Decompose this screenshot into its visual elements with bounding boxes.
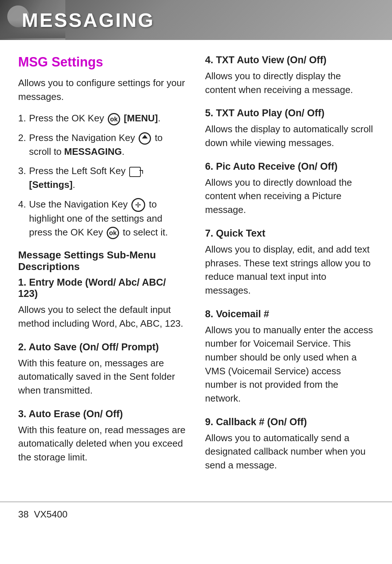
left-sec-1-title: 1. Entry Mode (Word/ Abc/ ABC/ 123) bbox=[18, 277, 187, 299]
left-sec-3-body: With this feature on, read messages are … bbox=[18, 423, 187, 464]
step-3-num: 3. bbox=[18, 164, 29, 178]
footer-page-info: 38 VX5400 bbox=[18, 509, 68, 520]
left-section-3: 3. Auto Erase (On/ Off) With this featur… bbox=[18, 408, 187, 464]
right-sec-3-title: 6. Pic Auto Receive (On/ Off) bbox=[205, 161, 374, 172]
nav4-key-icon bbox=[131, 198, 145, 212]
left-section-2: 2. Auto Save (On/ Off/ Prompt) With this… bbox=[18, 342, 187, 398]
right-sec-6-title: 9. Callback # (On/ Off) bbox=[205, 416, 374, 428]
left-sec-3-title: 3. Auto Erase (On/ Off) bbox=[18, 408, 187, 420]
step-3-bold: [Settings] bbox=[29, 179, 73, 190]
step-1-num: 1. bbox=[18, 112, 29, 125]
step-4-num: 4. bbox=[18, 198, 29, 212]
right-section-2: 5. TXT Auto Play (On/ Off) Allows the di… bbox=[205, 108, 374, 150]
step-3: 3. Press the Left Soft Key [Settings]. bbox=[18, 164, 187, 192]
left-section-1: 1. Entry Mode (Word/ Abc/ ABC/ 123) Allo… bbox=[18, 277, 187, 330]
right-sec-1-title: 4. TXT Auto View (On/ Off) bbox=[205, 55, 374, 66]
step-3-text: Press the Left Soft Key [Settings]. bbox=[29, 164, 187, 192]
intro-text: Allows you to configure settings for you… bbox=[18, 76, 187, 104]
msg-settings-title: MSG Settings bbox=[18, 55, 187, 70]
right-sec-5-body: Allows you to manually enter the access … bbox=[205, 323, 374, 406]
left-sec-2-title: 2. Auto Save (On/ Off/ Prompt) bbox=[18, 342, 187, 353]
right-section-1: 4. TXT Auto View (On/ Off) Allows you to… bbox=[205, 55, 374, 97]
right-sec-2-body: Allows the display to automatically scro… bbox=[205, 122, 374, 150]
right-section-4: 7. Quick Text Allows you to display, edi… bbox=[205, 228, 374, 298]
right-sec-1-body: Allows you to directly display the conte… bbox=[205, 69, 374, 97]
ok-key-icon-2: ok bbox=[107, 227, 119, 239]
step-4-text: Use the Navigation Key to highlight one … bbox=[29, 198, 187, 239]
page-header: MESSAGING bbox=[0, 0, 392, 40]
sub-menu-heading: Message Settings Sub-MenuDescriptions bbox=[18, 249, 187, 273]
left-sec-1-body: Allows you to select the default input m… bbox=[18, 303, 187, 330]
step-2-bold: MESSAGING bbox=[64, 146, 122, 157]
right-sec-6-body: Allows you to automatically send a desig… bbox=[205, 431, 374, 472]
step-1: 1. Press the OK Key ok [MENU]. bbox=[18, 112, 187, 125]
soft-key-icon bbox=[129, 167, 141, 177]
left-column: MSG Settings Allows you to configure set… bbox=[18, 55, 187, 483]
header-title: MESSAGING bbox=[22, 9, 155, 31]
right-section-5: 8. Voicemail # Allows you to manually en… bbox=[205, 309, 374, 406]
step-2: 2. Press the Navigation Key to scroll to… bbox=[18, 131, 187, 158]
page-footer: 38 VX5400 bbox=[0, 501, 392, 527]
step-4: 4. Use the Navigation Key to highlight o… bbox=[18, 198, 187, 239]
step-1-bold: [MENU] bbox=[124, 113, 158, 124]
step-1-text: Press the OK Key ok [MENU]. bbox=[29, 112, 187, 125]
ok-key-icon: ok bbox=[108, 113, 120, 125]
right-section-6: 9. Callback # (On/ Off) Allows you to au… bbox=[205, 416, 374, 472]
right-sec-4-title: 7. Quick Text bbox=[205, 228, 374, 239]
page-content: MSG Settings Allows you to configure set… bbox=[0, 40, 392, 498]
footer-model: VX5400 bbox=[34, 509, 68, 520]
left-sec-2-body: With this feature on, messages are autom… bbox=[18, 356, 187, 398]
right-sec-2-title: 5. TXT Auto Play (On/ Off) bbox=[205, 108, 374, 119]
steps-list: 1. Press the OK Key ok [MENU]. 2. Press … bbox=[18, 112, 187, 239]
right-column: 4. TXT Auto View (On/ Off) Allows you to… bbox=[205, 55, 374, 483]
right-sec-4-body: Allows you to display, edit, and add tex… bbox=[205, 243, 374, 298]
right-section-3: 6. Pic Auto Receive (On/ Off) Allows you… bbox=[205, 161, 374, 217]
nav-key-icon-2 bbox=[139, 132, 151, 145]
step-2-text: Press the Navigation Key to scroll to ME… bbox=[29, 131, 187, 158]
right-sec-5-title: 8. Voicemail # bbox=[205, 309, 374, 320]
right-sec-3-body: Allows you to directly download the cont… bbox=[205, 176, 374, 217]
footer-page-num: 38 bbox=[18, 509, 29, 520]
step-2-num: 2. bbox=[18, 131, 29, 145]
